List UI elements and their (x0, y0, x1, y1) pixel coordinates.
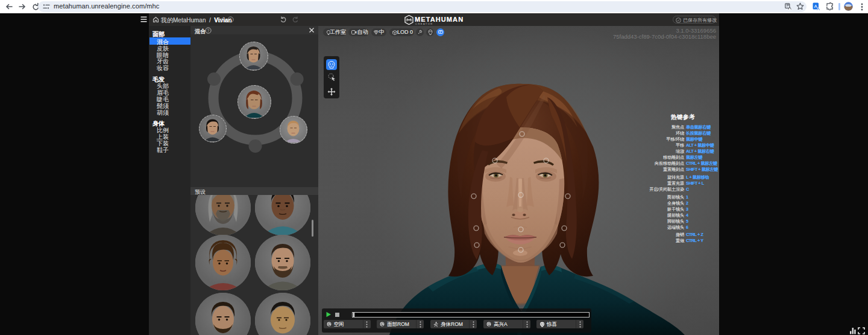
svg-text:?: ? (207, 28, 210, 33)
svg-text:?: ? (230, 18, 232, 22)
svg-text:A: A (814, 4, 818, 9)
